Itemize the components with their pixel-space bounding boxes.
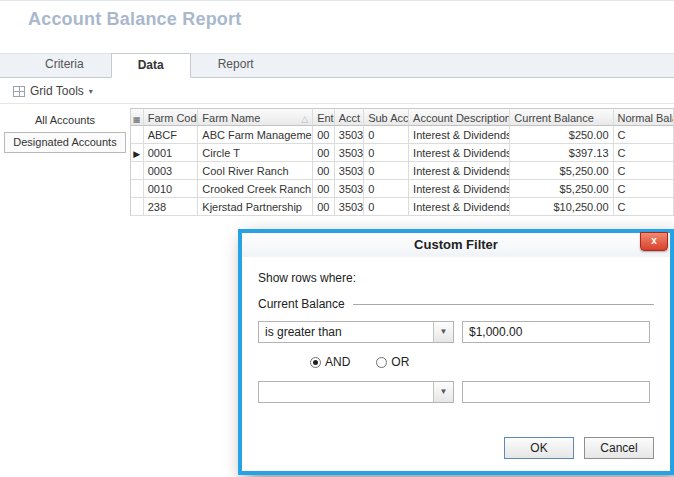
- table-cell[interactable]: 3503: [335, 180, 364, 198]
- table-row[interactable]: ABCFABC Farm Management0035030Interest &…: [130, 126, 674, 144]
- table-cell[interactable]: 00: [313, 180, 335, 198]
- table-cell[interactable]: ABC Farm Management: [198, 126, 313, 144]
- field-label: Current Balance: [258, 297, 345, 311]
- row-indicator-cell: [130, 180, 144, 198]
- field-group-header: Current Balance: [258, 297, 654, 311]
- table-cell[interactable]: C: [614, 126, 674, 144]
- table-row[interactable]: 0010Crooked Creek Ranch0035030Interest &…: [130, 180, 674, 198]
- grid-selector-icon: ▦: [133, 115, 141, 124]
- table-cell[interactable]: Circle T: [198, 144, 313, 162]
- table-cell[interactable]: C: [614, 162, 674, 180]
- grid-icon: [13, 86, 25, 97]
- radio-and-label: AND: [325, 355, 350, 369]
- table-cell[interactable]: $397.13: [510, 144, 613, 162]
- table-cell[interactable]: Interest & Dividends: [409, 180, 510, 198]
- table-cell[interactable]: ABCF: [144, 126, 199, 144]
- show-rows-label: Show rows where:: [258, 271, 654, 285]
- condition1-value: is greater than: [265, 325, 342, 339]
- table-cell[interactable]: 0001: [144, 144, 199, 162]
- table-cell[interactable]: Interest & Dividends: [409, 126, 510, 144]
- tab-criteria[interactable]: Criteria: [18, 52, 111, 77]
- grid-tools-label: Grid Tools: [30, 84, 84, 98]
- close-icon[interactable]: x: [640, 232, 668, 251]
- page-title: Account Balance Report: [28, 9, 241, 30]
- table-cell[interactable]: 0: [364, 162, 409, 180]
- table-cell[interactable]: 00: [313, 126, 335, 144]
- table-cell[interactable]: 3503: [335, 162, 364, 180]
- dialog-titlebar[interactable]: Custom Filter x: [242, 233, 670, 257]
- table-cell[interactable]: 00: [313, 162, 335, 180]
- table-cell[interactable]: $5,250.00: [510, 180, 613, 198]
- accounts-grid: ▦Farm CodeFarm Name△EntAcctSub AcctAccou…: [130, 108, 674, 216]
- table-cell[interactable]: 0003: [144, 162, 199, 180]
- table-cell[interactable]: 0: [364, 198, 409, 216]
- radio-and[interactable]: AND: [310, 355, 350, 369]
- chevron-down-icon[interactable]: ▼: [433, 382, 453, 402]
- grid-tools-button[interactable]: Grid Tools ▾: [6, 81, 100, 101]
- column-header[interactable]: Ent: [313, 108, 335, 126]
- grid-toolbar: Grid Tools ▾: [0, 79, 674, 104]
- table-cell[interactable]: 3503: [335, 198, 364, 216]
- table-cell[interactable]: C: [614, 180, 674, 198]
- sort-ascending-icon: △: [301, 112, 308, 126]
- tab-data[interactable]: Data: [111, 53, 191, 78]
- table-cell[interactable]: $10,250.00: [510, 198, 613, 216]
- table-cell[interactable]: 0010: [144, 180, 199, 198]
- chevron-down-icon: ▾: [89, 87, 93, 96]
- column-header[interactable]: Farm Name△: [198, 108, 313, 126]
- table-cell[interactable]: C: [614, 198, 674, 216]
- row-indicator-header: ▦: [130, 108, 144, 126]
- operator-radio-group: AND OR: [310, 355, 654, 369]
- row-indicator-cell: [130, 126, 144, 144]
- table-cell[interactable]: 3503: [335, 144, 364, 162]
- radio-or[interactable]: OR: [376, 355, 409, 369]
- table-cell[interactable]: $5,250.00: [510, 162, 613, 180]
- tab-report[interactable]: Report: [191, 52, 281, 77]
- row-indicator-cell: [130, 162, 144, 180]
- table-cell[interactable]: Interest & Dividends: [409, 144, 510, 162]
- radio-or-circle[interactable]: [376, 357, 387, 368]
- current-row-icon: ▶: [133, 149, 140, 159]
- condition2-select[interactable]: ▼: [258, 381, 454, 403]
- column-header[interactable]: Account Description: [409, 108, 510, 126]
- column-header[interactable]: Acct: [335, 108, 364, 126]
- table-cell[interactable]: $250.00: [510, 126, 613, 144]
- table-cell[interactable]: C: [614, 144, 674, 162]
- table-row[interactable]: 0003Cool River Ranch0035030Interest & Di…: [130, 162, 674, 180]
- sidebar-item-designated-accounts[interactable]: Designated Accounts: [4, 132, 126, 153]
- radio-and-circle[interactable]: [310, 357, 321, 368]
- table-cell[interactable]: 00: [313, 198, 335, 216]
- dialog-title: Custom Filter: [414, 237, 498, 252]
- table-cell[interactable]: 0: [364, 126, 409, 144]
- value2-input[interactable]: [462, 381, 650, 403]
- column-header[interactable]: Sub Acct: [364, 108, 409, 126]
- ok-button[interactable]: OK: [504, 437, 574, 459]
- condition1-select[interactable]: is greater than ▼: [258, 321, 454, 343]
- accounts-sidebar: All Accounts Designated Accounts: [4, 111, 126, 155]
- sidebar-item-all-accounts[interactable]: All Accounts: [4, 111, 126, 130]
- value1-input[interactable]: [462, 321, 650, 343]
- table-cell[interactable]: Cool River Ranch: [198, 162, 313, 180]
- custom-filter-dialog: Custom Filter x Show rows where: Current…: [238, 229, 674, 475]
- cancel-button[interactable]: Cancel: [584, 437, 654, 459]
- chevron-down-icon[interactable]: ▼: [433, 322, 453, 342]
- column-header[interactable]: Normal Balance: [614, 108, 674, 126]
- table-cell[interactable]: 0: [364, 180, 409, 198]
- table-cell[interactable]: Interest & Dividends: [409, 162, 510, 180]
- row-indicator-cell: ▶: [130, 144, 144, 162]
- table-cell[interactable]: 00: [313, 144, 335, 162]
- filter-row-2: ▼: [258, 381, 654, 403]
- table-cell[interactable]: Crooked Creek Ranch: [198, 180, 313, 198]
- table-row[interactable]: 238Kjerstad Partnership0035030Interest &…: [130, 198, 674, 216]
- table-cell[interactable]: 238: [144, 198, 199, 216]
- table-cell[interactable]: Kjerstad Partnership: [198, 198, 313, 216]
- column-header[interactable]: Current Balance: [510, 108, 613, 126]
- table-cell[interactable]: 0: [364, 144, 409, 162]
- table-row[interactable]: ▶0001Circle T0035030Interest & Dividends…: [130, 144, 674, 162]
- divider: [353, 304, 654, 305]
- column-header[interactable]: Farm Code: [144, 108, 199, 126]
- table-cell[interactable]: Interest & Dividends: [409, 198, 510, 216]
- table-cell[interactable]: 3503: [335, 126, 364, 144]
- tab-strip: Criteria Data Report: [0, 53, 674, 78]
- dialog-buttons: OK Cancel: [504, 437, 654, 459]
